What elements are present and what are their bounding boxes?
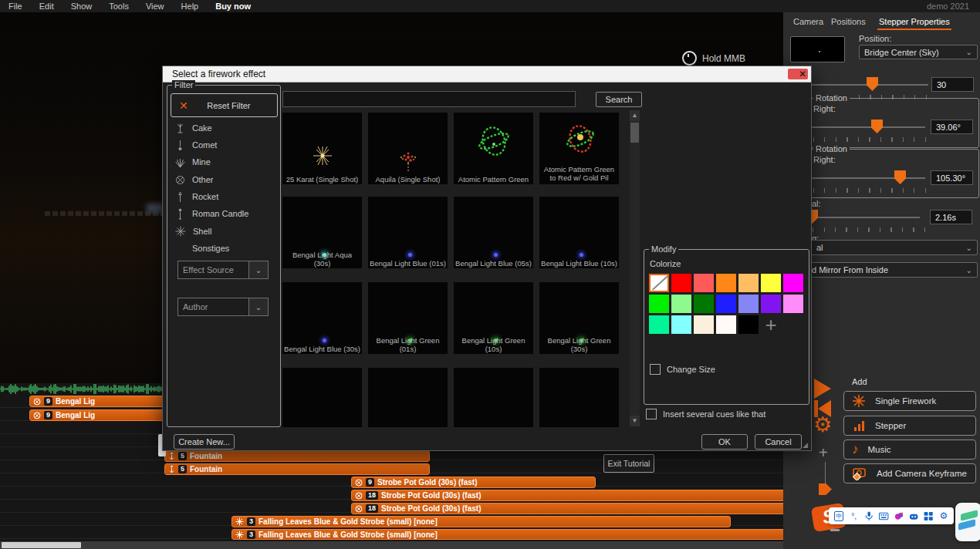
- color-swatch-fffaf5[interactable]: [716, 315, 736, 334]
- count-value-input[interactable]: 30: [931, 77, 974, 92]
- cue-bar-strobe-1[interactable]: 9 Strobe Pot Gold (30s) (fast): [351, 477, 596, 488]
- color-swatch-ffff3c[interactable]: [761, 274, 781, 292]
- filter-item-roman-candle[interactable]: Roman Candle: [175, 206, 275, 221]
- filter-item-mine[interactable]: Mine: [175, 154, 275, 170]
- color-swatch-8585f5[interactable]: [738, 295, 759, 313]
- effect-thumb-empty[interactable]: [539, 368, 619, 427]
- effect-thumb-empty[interactable]: [454, 368, 533, 427]
- add-camera-keyframe-button[interactable]: Add Camera Keyframe: [843, 463, 976, 483]
- cue-bar-strobe-2[interactable]: 18 Strobe Pot Gold (30s) (fast): [351, 490, 801, 501]
- menu-view[interactable]: View: [137, 2, 173, 11]
- effect-thumb-bengal-green-30[interactable]: Bengal Light Green (30s): [539, 282, 619, 354]
- gear-icon[interactable]: ⚙: [813, 415, 832, 435]
- cancel-button[interactable]: Cancel: [755, 434, 802, 450]
- cue-bar-fountain-2[interactable]: 5 Fountain: [164, 463, 430, 475]
- effect-thumb-25-karat[interactable]: 25 Karat (Single Shot): [282, 113, 362, 184]
- ok-button[interactable]: OK: [701, 434, 748, 450]
- rotation2-value-input[interactable]: 105.30°: [931, 170, 973, 185]
- cue-bar-fountain-1[interactable]: 5 Fountain: [164, 450, 430, 462]
- assistant-icon[interactable]: [909, 511, 918, 521]
- dialog-resize-grip[interactable]: ◢: [803, 442, 809, 449]
- buy-now-button[interactable]: Buy now: [207, 2, 259, 11]
- effect-grid-scrollbar[interactable]: ▲ ▼: [630, 110, 640, 426]
- color-swatch-faf0dc[interactable]: [694, 315, 714, 334]
- keyboard-icon[interactable]: [879, 511, 888, 521]
- tab-positions[interactable]: Positions: [831, 17, 866, 26]
- color-swatch-00f596[interactable]: [649, 315, 669, 334]
- effect-thumb-bengal-aqua-30[interactable]: Bengal Light Aqua (30s): [282, 197, 362, 268]
- ime-settings-icon[interactable]: ⚙: [939, 511, 948, 521]
- color-swatch-ff00ff[interactable]: [783, 274, 803, 292]
- skin-icon[interactable]: [894, 511, 904, 521]
- filter-item-rocket[interactable]: Rocket: [175, 189, 275, 204]
- rotation1-value-input[interactable]: 39.06°: [931, 120, 973, 134]
- interval-value-input[interactable]: 2.16s: [930, 210, 972, 224]
- menu-help[interactable]: Help: [173, 2, 208, 11]
- color-swatch-8cfa8c[interactable]: [671, 295, 691, 313]
- ime-punctuation-icon[interactable]: °,: [849, 511, 858, 521]
- timeline-zoom-handle[interactable]: [819, 483, 832, 495]
- scroll-down-icon[interactable]: ▼: [630, 416, 640, 426]
- effect-thumb-empty[interactable]: [368, 368, 448, 427]
- color-swatch-1e1eff[interactable]: [716, 295, 736, 313]
- mirror-dropdown[interactable]: d Mirror From Inside ⌄: [806, 262, 978, 278]
- menu-show[interactable]: Show: [63, 2, 101, 11]
- close-icon[interactable]: ✕: [788, 69, 808, 79]
- microphone-icon[interactable]: [864, 511, 874, 521]
- color-swatch-ff5a5a[interactable]: [694, 274, 714, 292]
- menu-edit[interactable]: Edit: [31, 2, 63, 11]
- effect-thumb-empty[interactable]: [282, 368, 362, 427]
- position-dropdown[interactable]: Bridge Center (Sky) ⌄: [859, 45, 978, 59]
- rotation1-slider-track[interactable]: [812, 126, 925, 128]
- filter-item-shell[interactable]: Shell: [175, 224, 275, 239]
- create-new-button[interactable]: Create New...: [174, 434, 235, 450]
- tab-camera[interactable]: Camera: [793, 17, 823, 26]
- exit-tutorial-button[interactable]: Exit Tutorial: [603, 454, 654, 473]
- search-input[interactable]: [282, 91, 576, 107]
- interval-slider-track[interactable]: [806, 217, 920, 218]
- effect-thumb-aquila[interactable]: Aquila (Single Shot): [368, 113, 448, 184]
- filter-item-sonstiges[interactable]: Sonstiges: [175, 241, 292, 256]
- rotation2-slider-handle[interactable]: [894, 170, 906, 184]
- add-custom-color-button[interactable]: +: [761, 315, 781, 334]
- rotation1-slider-handle[interactable]: [871, 120, 883, 133]
- color-swatch-none[interactable]: [649, 274, 669, 292]
- add-stepper-button[interactable]: Stepper: [843, 416, 976, 436]
- timeline-horizontal-scrollbar[interactable]: [0, 541, 799, 549]
- scrollbar-thumb[interactable]: [630, 123, 639, 143]
- color-swatch-00f000[interactable]: [649, 295, 669, 313]
- effect-thumb-bengal-blue-01[interactable]: Bengal Light Blue (01s): [368, 197, 448, 268]
- color-swatch-ff0000[interactable]: [671, 274, 691, 292]
- effect-thumb-bengal-blue-10[interactable]: Bengal Light Blue (10s): [539, 197, 619, 268]
- scroll-up-icon[interactable]: ▲: [630, 110, 640, 121]
- ime-chinese-mode-icon[interactable]: 中: [834, 511, 843, 521]
- insert-several-cues-checkbox[interactable]: Insert several cues like that: [646, 409, 765, 419]
- effect-thumb-bengal-green-10[interactable]: Bengal Light Green (10s): [454, 282, 533, 354]
- tab-stepper-properties[interactable]: Stepper Properties: [879, 17, 950, 26]
- effect-preview-thumbnail[interactable]: [790, 36, 845, 62]
- play-button[interactable]: [814, 379, 831, 399]
- effect-thumb-bengal-green-01[interactable]: Bengal Light Green (01s): [368, 282, 448, 354]
- color-swatch-8214f0[interactable]: [761, 295, 781, 313]
- cue-bar-strobe-3[interactable]: 18 Strobe Pot Gold (30s) (fast): [351, 503, 801, 514]
- change-size-checkbox[interactable]: Change Size: [650, 364, 715, 375]
- effect-thumb-atomic-green[interactable]: Atomic Pattern Green: [454, 113, 533, 184]
- reset-filter-button[interactable]: ✕ Reset Filter: [171, 93, 278, 117]
- zoom-plus-icon[interactable]: +: [819, 444, 828, 462]
- color-swatch-007800[interactable]: [694, 295, 714, 313]
- color-swatch-82ffff[interactable]: [671, 315, 691, 334]
- menu-file[interactable]: File: [0, 2, 31, 11]
- effect-thumb-bengal-blue-05[interactable]: Bengal Light Blue (05s): [454, 197, 533, 268]
- rotation2-slider-track[interactable]: [812, 177, 925, 179]
- effect-thumb-atomic-green-red[interactable]: Atomic Pattern Green to Red w/ Gold Pil: [539, 113, 619, 184]
- cue-bar-falling-leaves-2[interactable]: 3 Falling Leaves Blue & Gold Strobe (sma…: [231, 529, 801, 540]
- count-slider-handle[interactable]: [867, 77, 878, 91]
- scrollbar-thumb[interactable]: [2, 542, 81, 548]
- ime-minimize-handle[interactable]: [830, 529, 840, 531]
- effect-source-dropdown[interactable]: Effect Source ⌄: [177, 261, 269, 279]
- filter-item-other[interactable]: Other: [175, 172, 275, 187]
- menu-tools[interactable]: Tools: [100, 2, 137, 11]
- filter-item-cake[interactable]: Cake: [175, 120, 275, 136]
- author-dropdown[interactable]: Author ⌄: [177, 298, 269, 316]
- toolbox-icon[interactable]: [924, 511, 933, 521]
